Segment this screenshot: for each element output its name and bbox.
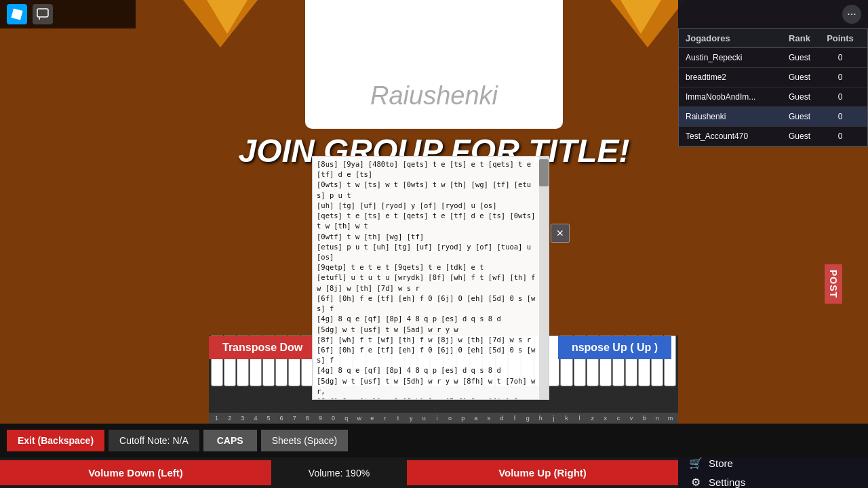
player-name-4: Test_Account470: [686, 131, 779, 141]
username-display: Raiushenki: [370, 81, 498, 110]
bottom-bar-bottom: Volume Down (Left) Volume: 190% Volume U…: [0, 458, 868, 488]
note-9: 9: [314, 414, 327, 422]
note-f: f: [509, 414, 521, 422]
note-z: z: [586, 414, 599, 422]
leaderboard-row-3: Raiushenki Guest 0: [679, 107, 867, 127]
top-right-menu: ···: [678, 0, 868, 28]
leaderboard-row-0: Austin_Repecki Guest 0: [679, 48, 867, 68]
player-points-2: 0: [820, 92, 861, 102]
note-4: 4: [249, 414, 262, 422]
note-g: g: [521, 414, 534, 422]
transpose-down-button[interactable]: Transpose Dow: [209, 336, 316, 359]
volume-up-button[interactable]: Volume Up (Right): [407, 460, 678, 485]
note-r: r: [378, 414, 391, 422]
leaderboard-row-2: ImmaNoobAndIm... Guest 0: [679, 87, 867, 107]
chat-icon[interactable]: [33, 4, 53, 24]
leaderboard-row-4: Test_Account470 Guest 0: [679, 127, 867, 146]
note-6: 6: [275, 414, 288, 422]
sheet-text-content: [8us] [9ya] [480to] [qets] t e [ts] e t …: [313, 157, 549, 399]
note-t: t: [392, 414, 405, 422]
player-name-0: Austin_Repecki: [686, 53, 779, 62]
leaderboard-row-1: breadtime2 Guest 0: [679, 68, 867, 87]
leaderboard-header: Jogadores Rank Points: [679, 29, 867, 48]
player-name-2: ImmaNoobAndIm...: [686, 92, 779, 102]
player-points-3: 0: [820, 112, 861, 121]
settings-button[interactable]: ⚙ Settings: [688, 475, 776, 489]
decor-triangle-small-left: [207, 0, 248, 34]
svg-rect-1: [37, 9, 48, 17]
header-rank: Rank: [779, 33, 820, 43]
note-y: y: [405, 414, 418, 422]
player-rank-0: Guest: [779, 53, 820, 62]
note-7: 7: [288, 414, 301, 422]
note-8: 8: [301, 414, 314, 422]
player-rank-4: Guest: [779, 131, 820, 141]
settings-label: Settings: [709, 476, 745, 488]
note-1: 1: [210, 414, 223, 422]
note-q: q: [340, 414, 353, 422]
player-points-1: 0: [820, 73, 861, 82]
note-u: u: [418, 414, 431, 422]
player-rank-3: Guest: [779, 112, 820, 121]
bottom-bar-top: Exit (Backspace) Cutoff Note: N/A CAPS S…: [0, 424, 868, 458]
note-a: a: [469, 414, 482, 422]
leaderboard: Jogadores Rank Points Austin_Repecki Gue…: [678, 28, 868, 147]
note-x: x: [599, 414, 612, 422]
volume-display: Volume: 190%: [271, 468, 407, 479]
note-5: 5: [262, 414, 275, 422]
roblox-icon[interactable]: [7, 4, 27, 24]
store-label: Store: [709, 458, 733, 469]
caps-button[interactable]: CAPS: [203, 430, 257, 451]
sheets-button[interactable]: Sheets (Space): [261, 430, 349, 451]
note-3: 3: [236, 414, 249, 422]
header-points: Points: [820, 33, 861, 43]
note-o: o: [443, 414, 456, 422]
player-name-3: Raiushenki: [686, 112, 779, 121]
note-d: d: [495, 414, 508, 422]
note-w: w: [353, 414, 366, 422]
note-j: j: [547, 414, 560, 422]
sheet-text-overlay[interactable]: [8us] [9ya] [480to] [qets] t e [ts] e t …: [312, 156, 549, 400]
note-b: b: [638, 414, 651, 422]
roblox-topbar: [0, 0, 136, 28]
note-2: 2: [223, 414, 236, 422]
transpose-up-button[interactable]: nspose Up ( Up ): [558, 336, 671, 359]
note-m: m: [664, 414, 677, 422]
cutoff-button[interactable]: Cutoff Note: N/A: [108, 430, 199, 451]
note-l: l: [573, 414, 586, 422]
note-k: k: [560, 414, 573, 422]
scrollbar-track[interactable]: [539, 157, 549, 399]
header-player: Jogadores: [686, 33, 779, 43]
player-rank-1: Guest: [779, 73, 820, 82]
player-points-4: 0: [820, 131, 861, 141]
player-rank-2: Guest: [779, 92, 820, 102]
bottom-bar: Exit (Backspace) Cutoff Note: N/A CAPS S…: [0, 424, 868, 488]
exit-button[interactable]: Exit (Backspace): [7, 430, 104, 451]
note-v: v: [625, 414, 638, 422]
player-name-1: breadtime2: [686, 73, 779, 82]
note-n: n: [651, 414, 664, 422]
settings-icon: ⚙: [688, 475, 703, 489]
note-e: e: [366, 414, 378, 422]
note-h: h: [534, 414, 547, 422]
note-c: c: [612, 414, 625, 422]
scrollbar-thumb[interactable]: [539, 159, 549, 186]
note-s: s: [482, 414, 495, 422]
store-icon: 🛒: [688, 456, 703, 471]
svg-rect-0: [11, 8, 22, 20]
post-label: POST: [825, 264, 842, 304]
volume-down-button[interactable]: Volume Down (Left): [0, 460, 271, 485]
close-button[interactable]: ✕: [551, 224, 570, 243]
decor-triangle-small-right: [620, 0, 661, 34]
store-button[interactable]: 🛒 Store: [688, 456, 776, 471]
player-points-0: 0: [820, 53, 861, 62]
note-labels-row: 1 2 3 4 5 6 7 8 9 0 q w e r t y u i o p …: [209, 413, 678, 424]
menu-dots-button[interactable]: ···: [842, 5, 861, 24]
note-i: i: [431, 414, 443, 422]
note-10: 0: [327, 414, 340, 422]
note-p: p: [456, 414, 469, 422]
